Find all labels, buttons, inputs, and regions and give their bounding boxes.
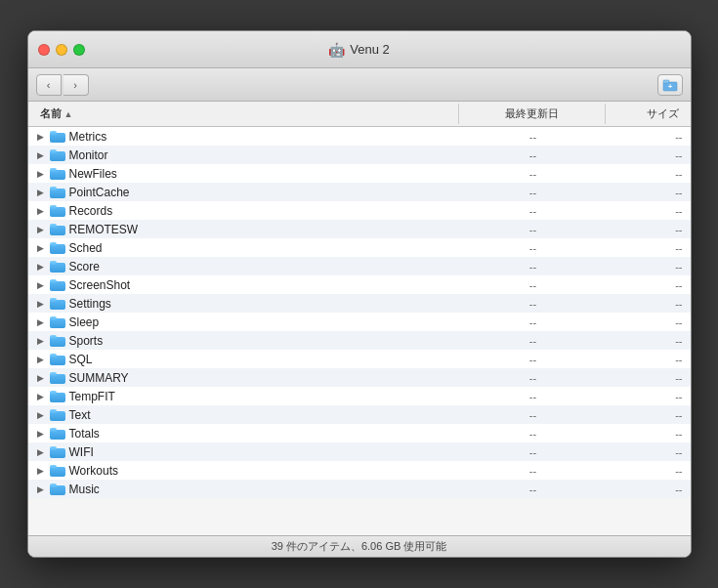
expand-arrow[interactable]: ▶ [36, 225, 46, 234]
table-row[interactable]: ▶ Totals -- -- [28, 424, 691, 442]
table-row[interactable]: ▶ SQL -- -- [28, 350, 691, 368]
table-row[interactable]: ▶ Settings -- -- [28, 294, 691, 313]
file-name-text: SUMMARY [69, 371, 129, 385]
file-modified-cell: -- [458, 168, 605, 180]
table-row[interactable]: ▶ Records -- -- [28, 201, 691, 220]
expand-arrow[interactable]: ▶ [36, 373, 46, 383]
folder-icon [50, 335, 65, 347]
file-modified-cell: -- [458, 279, 605, 291]
file-name-text: TempFIT [69, 390, 115, 403]
size-column-header[interactable]: サイズ [605, 104, 683, 124]
table-row[interactable]: ▶ Music -- -- [28, 480, 691, 498]
expand-arrow[interactable]: ▶ [36, 243, 46, 253]
maximize-button[interactable] [73, 44, 85, 56]
file-name-cell: ▶ Records [36, 204, 458, 218]
svg-text:+: + [667, 82, 672, 91]
file-size-cell: -- [605, 242, 683, 254]
file-name-cell: ▶ Sleep [36, 315, 458, 329]
file-modified-cell: -- [458, 335, 605, 347]
android-title-icon: 🤖 [328, 42, 345, 58]
file-modified-cell: -- [458, 242, 605, 254]
expand-arrow[interactable]: ▶ [36, 484, 46, 494]
file-modified-cell: -- [458, 187, 605, 198]
table-row[interactable]: ▶ Sports -- -- [28, 331, 691, 350]
expand-arrow[interactable]: ▶ [36, 466, 46, 476]
table-row[interactable]: ▶ NewFiles -- -- [28, 164, 691, 183]
table-row[interactable]: ▶ Score -- -- [28, 257, 691, 275]
table-row[interactable]: ▶ Text -- -- [28, 405, 691, 424]
file-name-text: Sleep [69, 315, 100, 329]
file-modified-cell: -- [458, 261, 605, 273]
file-name-text: Records [69, 204, 113, 218]
expand-arrow[interactable]: ▶ [36, 132, 46, 142]
title-text: Venu 2 [350, 42, 390, 57]
file-name-text: ScreenShot [69, 278, 131, 292]
file-name-cell: ▶ Score [36, 260, 458, 273]
file-size-cell: -- [605, 131, 683, 143]
file-size-cell: -- [605, 483, 683, 495]
add-folder-button[interactable]: + [657, 74, 683, 96]
file-size-cell: -- [605, 446, 683, 458]
file-name-cell: ▶ WIFI [36, 445, 458, 459]
expand-arrow[interactable]: ▶ [36, 262, 46, 272]
folder-icon [50, 372, 65, 384]
file-name-cell: ▶ Music [36, 483, 458, 496]
forward-button[interactable]: › [63, 74, 89, 96]
table-row[interactable]: ▶ PointCache -- -- [28, 183, 691, 201]
file-size-cell: -- [605, 261, 683, 273]
file-size-cell: -- [605, 335, 683, 347]
table-row[interactable]: ▶ Workouts -- -- [28, 461, 691, 480]
file-size-cell: -- [605, 149, 683, 161]
folder-icon [50, 354, 65, 365]
file-size-cell: -- [605, 465, 683, 477]
expand-arrow[interactable]: ▶ [36, 188, 46, 197]
expand-arrow[interactable]: ▶ [36, 150, 46, 160]
file-name-text: Music [69, 483, 100, 496]
file-size-cell: -- [605, 409, 683, 421]
table-row[interactable]: ▶ TempFIT -- -- [28, 387, 691, 405]
finder-window: 🤖 Venu 2 ‹ › + 名前 ▲ [27, 30, 692, 558]
folder-icon [50, 187, 65, 198]
file-size-cell: -- [605, 205, 683, 217]
titlebar: 🤖 Venu 2 [28, 31, 691, 68]
file-modified-cell: -- [458, 354, 605, 365]
expand-arrow[interactable]: ▶ [36, 410, 46, 420]
file-name-text: Monitor [69, 148, 108, 162]
expand-arrow[interactable]: ▶ [36, 317, 46, 327]
back-button[interactable]: ‹ [36, 74, 62, 96]
expand-arrow[interactable]: ▶ [36, 206, 46, 216]
expand-arrow[interactable]: ▶ [36, 447, 46, 457]
file-size-cell: -- [605, 298, 683, 310]
expand-arrow[interactable]: ▶ [36, 355, 46, 364]
expand-arrow[interactable]: ▶ [36, 429, 46, 439]
folder-icon [50, 168, 65, 180]
folder-icon [50, 465, 65, 477]
folder-icon [50, 409, 65, 421]
minimize-button[interactable] [56, 44, 67, 56]
file-name-cell: ▶ Monitor [36, 148, 458, 162]
table-row[interactable]: ▶ Sched -- -- [28, 238, 691, 257]
folder-icon [50, 428, 65, 440]
table-row[interactable]: ▶ Metrics -- -- [28, 127, 691, 146]
table-row[interactable]: ▶ Sleep -- -- [28, 313, 691, 331]
file-name-text: Totals [69, 427, 100, 441]
modified-column-header[interactable]: 最終更新日 [458, 104, 605, 124]
expand-arrow[interactable]: ▶ [36, 299, 46, 309]
expand-arrow[interactable]: ▶ [36, 280, 46, 290]
expand-arrow[interactable]: ▶ [36, 392, 46, 401]
file-size-cell: -- [605, 354, 683, 365]
close-button[interactable] [38, 44, 50, 56]
table-row[interactable]: ▶ REMOTESW -- -- [28, 220, 691, 238]
table-row[interactable]: ▶ Monitor -- -- [28, 146, 691, 164]
table-row[interactable]: ▶ WIFI -- -- [28, 442, 691, 461]
file-size-cell: -- [605, 279, 683, 291]
file-list[interactable]: ▶ Metrics -- -- ▶ Monitor -- -- ▶ NewFil… [28, 127, 691, 535]
file-size-cell: -- [605, 428, 683, 440]
expand-arrow[interactable]: ▶ [36, 169, 46, 179]
file-name-text: WIFI [69, 445, 94, 459]
table-row[interactable]: ▶ ScreenShot -- -- [28, 275, 691, 294]
name-column-header[interactable]: 名前 ▲ [36, 104, 458, 124]
expand-arrow[interactable]: ▶ [36, 336, 46, 346]
folder-icon [50, 224, 65, 235]
table-row[interactable]: ▶ SUMMARY -- -- [28, 368, 691, 387]
